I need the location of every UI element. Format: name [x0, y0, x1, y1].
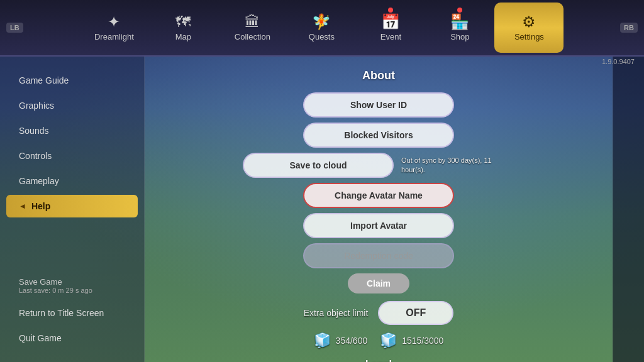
nav-quests-label: Quests	[309, 32, 335, 41]
shop-dot	[457, 8, 462, 13]
event-icon: 📅	[381, 14, 400, 30]
sidebar-item-return[interactable]: Return to Title Screen	[6, 302, 138, 324]
nav-event[interactable]: 📅 Event	[356, 3, 425, 53]
nav-map[interactable]: 🗺 Map	[148, 3, 218, 53]
nav-collection-label: Collection	[235, 32, 270, 41]
settings-icon: ⚙	[522, 14, 536, 30]
nav-map-label: Map	[175, 32, 191, 41]
sidebar-item-graphics[interactable]: Graphics	[6, 94, 138, 117]
sidebar-bottom: Save Game Last save: 0 m 29 s ago Return…	[6, 272, 138, 349]
event-dot	[388, 8, 393, 13]
nav-shop[interactable]: 🏪 Shop	[425, 3, 494, 53]
nav-settings[interactable]: ⚙ Settings	[494, 3, 564, 53]
count1-icon: 🧊	[314, 332, 331, 349]
lb-button[interactable]: LB	[6, 23, 23, 33]
right-panel	[613, 57, 644, 362]
sync-warning: Out of sync by 300 day(s), 11 hour(s).	[401, 156, 514, 175]
nav-shop-label: Shop	[450, 32, 469, 41]
sidebar-item-controls[interactable]: Controls	[6, 145, 138, 167]
sidebar-item-sounds[interactable]: Sounds	[6, 119, 138, 142]
object-counts: 🧊 354/600 🧊 1515/3000	[314, 332, 444, 349]
about-title: About	[362, 69, 395, 82]
shop-icon: 🏪	[450, 14, 469, 30]
sidebar-item-help[interactable]: Help	[6, 195, 138, 217]
import-avatar-button[interactable]: Import Avatar	[303, 213, 454, 238]
sidebar-item-quit[interactable]: Quit Game	[6, 327, 138, 349]
content-area: About Show User ID Blocked Visitors Save…	[145, 57, 613, 362]
extra-object-label: Extra object limit	[304, 308, 369, 318]
dreamlight-icon: ✦	[108, 14, 120, 30]
sidebar-item-game-guide[interactable]: Game Guide	[6, 69, 138, 92]
main-layout: Game Guide Graphics Sounds Controls Game…	[0, 57, 644, 362]
rb-button[interactable]: RB	[620, 23, 638, 33]
nav-quests[interactable]: 🧚 Quests	[287, 3, 356, 53]
save-game-button[interactable]: Save Game Last save: 0 m 29 s ago	[6, 272, 138, 299]
count2-icon: 🧊	[380, 332, 397, 349]
blocked-visitors-button[interactable]: Blocked Visitors	[303, 123, 454, 148]
claim-button[interactable]: Claim	[348, 273, 409, 293]
legal-title: Legal	[365, 359, 392, 362]
count-item-2: 🧊 1515/3000	[380, 332, 443, 349]
redemption-code-input[interactable]	[303, 243, 454, 268]
nav-settings-label: Settings	[514, 32, 544, 41]
sidebar: Game Guide Graphics Sounds Controls Game…	[0, 57, 145, 362]
extra-object-toggle[interactable]: OFF	[378, 301, 453, 325]
quests-icon: 🧚	[312, 14, 331, 30]
save-cloud-row: Save to cloud Out of sync by 300 day(s),…	[170, 153, 587, 178]
show-user-id-button[interactable]: Show User ID	[303, 92, 454, 118]
change-avatar-name-button[interactable]: Change Avatar Name	[303, 183, 454, 208]
nav-event-label: Event	[380, 32, 401, 41]
version-text: 1.9.0.9407	[602, 58, 635, 65]
nav-bar: LB ✦ Dreamlight 🗺 Map 🏛 Collection 🧚 Que…	[0, 0, 644, 57]
count-item-1: 🧊 354/600	[314, 332, 368, 349]
count2-value: 1515/3000	[402, 336, 443, 346]
save-to-cloud-button[interactable]: Save to cloud	[243, 153, 394, 178]
map-icon: 🗺	[175, 14, 191, 30]
save-game-label: Save Game	[19, 277, 125, 287]
nav-collection[interactable]: 🏛 Collection	[218, 3, 287, 53]
nav-dreamlight-label: Dreamlight	[94, 32, 134, 41]
sidebar-item-gameplay[interactable]: Gameplay	[6, 170, 138, 192]
nav-dreamlight[interactable]: ✦ Dreamlight	[79, 3, 148, 53]
extra-object-row: Extra object limit OFF	[304, 301, 454, 325]
last-save-text: Last save: 0 m 29 s ago	[19, 287, 125, 294]
collection-icon: 🏛	[245, 14, 260, 30]
nav-items: ✦ Dreamlight 🗺 Map 🏛 Collection 🧚 Quests…	[23, 3, 620, 53]
count1-value: 354/600	[336, 336, 368, 346]
